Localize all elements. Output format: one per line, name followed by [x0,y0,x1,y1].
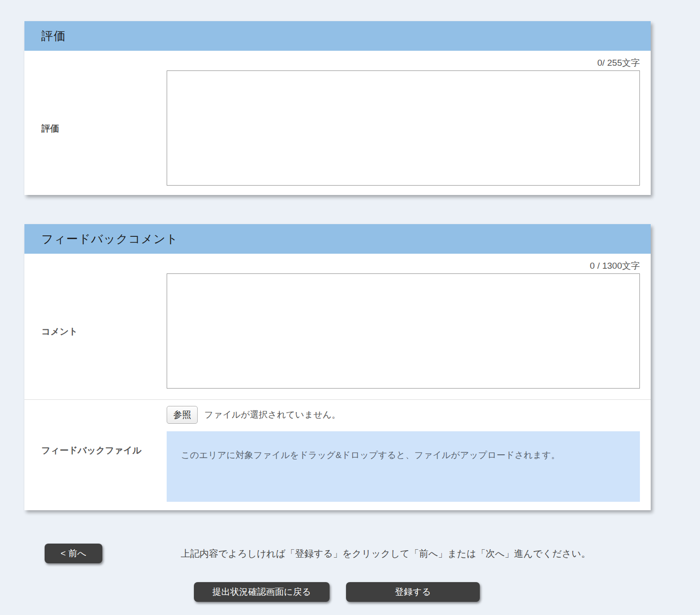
dropzone-hint-text: このエリアに対象ファイルをドラッグ&ドロップすると、ファイルがアップロードされま… [181,450,560,460]
evaluation-panel: 評価 0/ 255文字 評価 [24,21,651,195]
evaluation-field-label: 評価 [24,70,167,187]
comment-char-counter: 0 / 1300文字 [24,254,651,273]
actions-row: 提出状況確認画面に戻る 登録する [0,582,700,602]
register-button[interactable]: 登録する [346,582,480,602]
footer-row: < 前へ 上記内容でよろしければ「登録する」をクリックして「前へ」または「次へ」… [0,544,700,563]
feedback-panel-title: フィードバックコメント [41,231,178,247]
instruction-text: 上記内容でよろしければ「登録する」をクリックして「前へ」または「次へ」進んでくだ… [181,547,591,560]
feedback-panel: フィードバックコメント 0 / 1300文字 コメント フィードバックファイル … [24,224,651,510]
comment-field-label: コメント [24,273,167,390]
evaluation-panel-header: 評価 [24,21,651,51]
file-section: フィードバックファイル 参照 ファイルが選択されていません。 このエリアに対象フ… [24,400,651,510]
evaluation-char-counter: 0/ 255文字 [24,51,651,70]
browse-file-button[interactable]: 参照 [167,406,198,424]
previous-button[interactable]: < 前へ [45,544,102,563]
evaluation-panel-title: 評価 [41,28,66,44]
evaluation-textarea[interactable] [167,70,640,186]
comment-section: 0 / 1300文字 コメント [24,254,651,400]
feedback-panel-header: フィードバックコメント [24,224,651,254]
file-dropzone[interactable]: このエリアに対象ファイルをドラッグ&ドロップすると、ファイルがアップロードされま… [167,431,640,502]
no-file-selected-text: ファイルが選択されていません。 [204,409,340,421]
file-field-label: フィードバックファイル [24,400,167,502]
comment-textarea[interactable] [167,273,640,389]
back-to-status-button[interactable]: 提出状況確認画面に戻る [194,582,330,602]
